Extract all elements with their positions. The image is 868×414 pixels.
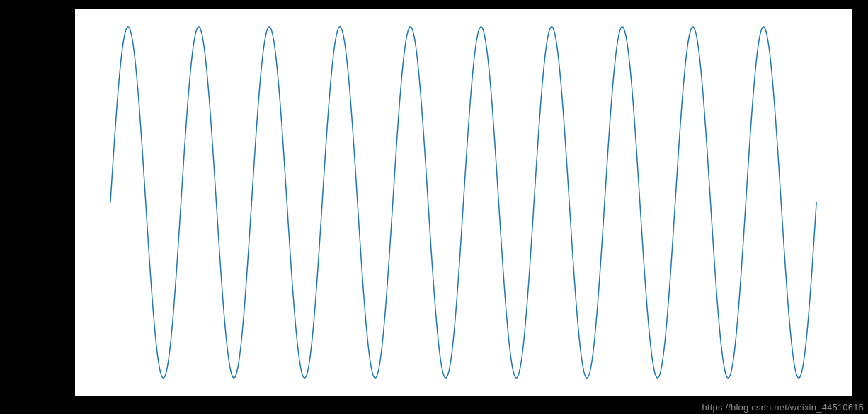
line-chart	[75, 9, 852, 396]
line-series-sin	[110, 27, 816, 378]
chart-axes-frame	[74, 8, 852, 396]
watermark-text: https://blog.csdn.net/weixin_44510615	[702, 402, 864, 413]
